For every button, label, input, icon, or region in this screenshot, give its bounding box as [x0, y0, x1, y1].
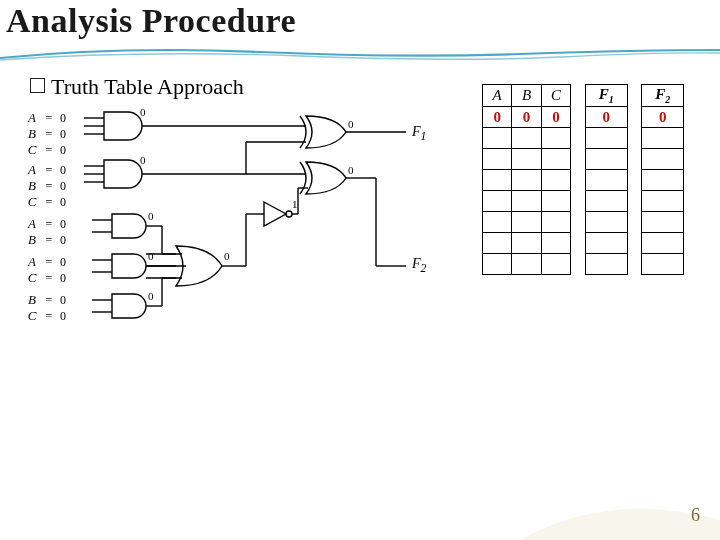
col-f1: F1 [585, 85, 627, 107]
not-gate-icon [264, 202, 292, 226]
xor1-output-value: 0 [348, 118, 354, 130]
table-row [483, 191, 684, 212]
and-gate-icon [84, 160, 142, 188]
table-row [483, 254, 684, 275]
and-gate-icon [92, 294, 146, 318]
xor-gate-icon [300, 116, 346, 148]
output-f2-label: F2 [412, 256, 426, 275]
and-gate-icon [92, 214, 146, 238]
gate4-output-value: 0 [148, 250, 154, 262]
truth-table: A B C F1 F2 0 0 0 0 0 [482, 84, 684, 275]
table-row [483, 128, 684, 149]
gate2-output-value: 0 [140, 154, 146, 166]
bullet-truth-table: Truth Table Approach [30, 74, 244, 100]
table-row [483, 233, 684, 254]
corner-swoosh-icon [520, 480, 720, 540]
title-underline [0, 44, 720, 62]
logic-circuit: 0 0 0 0 0 0 1 0 0 F1 F2 [76, 106, 436, 366]
gate1-output-value: 0 [140, 106, 146, 118]
inverter-output-value: 1 [292, 198, 298, 210]
table-row [483, 212, 684, 233]
input-column: A=0 B=0 C=0 A=0 B=0 C=0 A=0 B=0 A=0 C=0 … [26, 110, 66, 324]
xor2-output-value: 0 [348, 164, 354, 176]
slide-root: Analysis Procedure Truth Table Approach … [0, 0, 720, 540]
col-c: C [541, 85, 570, 107]
col-spacer [627, 85, 642, 107]
table-row [483, 149, 684, 170]
col-b: B [512, 85, 541, 107]
col-f2: F2 [642, 85, 684, 107]
col-spacer [571, 85, 586, 107]
and-gate-icon [92, 254, 146, 278]
output-f1-label: F1 [412, 124, 426, 143]
gate3-output-value: 0 [148, 210, 154, 222]
and-gate-icon [84, 112, 142, 140]
or-output-value: 0 [224, 250, 230, 262]
gate5-output-value: 0 [148, 290, 154, 302]
page-title: Analysis Procedure [6, 2, 296, 40]
col-a: A [483, 85, 512, 107]
page-number: 6 [691, 505, 700, 526]
bullet-box-icon [30, 78, 45, 93]
bullet-text: Truth Table Approach [51, 74, 244, 99]
xor-gate-icon [300, 162, 346, 194]
table-row: 0 0 0 0 0 [483, 107, 684, 128]
table-row [483, 170, 684, 191]
